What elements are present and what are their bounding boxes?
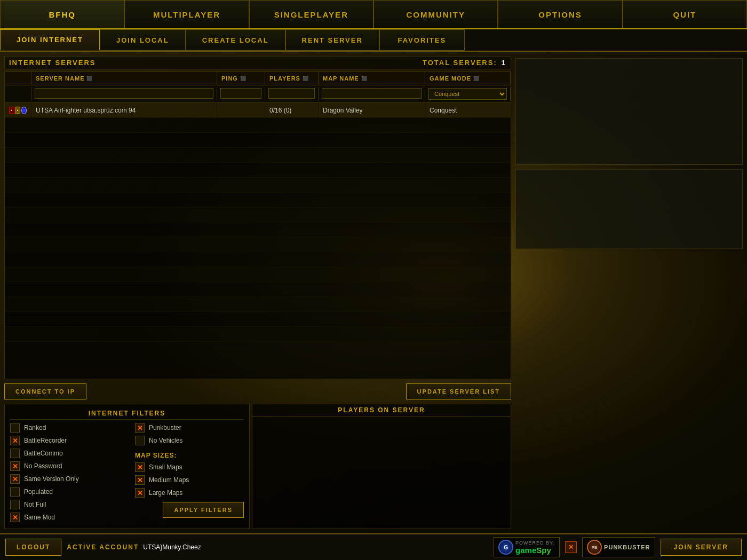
filter-cell-flags (5, 87, 31, 101)
sub-navigation: JOIN INTERNET JOIN LOCAL CREATE LOCAL RE… (0, 29, 747, 52)
filter-punkbuster[interactable]: ✕ Punkbuster (135, 423, 244, 433)
subnav-join-internet[interactable]: JOIN INTERNET (0, 29, 100, 51)
players-on-server-panel: PLAYERS ON SERVER (252, 404, 511, 529)
sort-ping-icon[interactable]: ⬛ (240, 76, 247, 81)
battle-recorder-checkbox[interactable]: ✕ (10, 436, 20, 445)
filter-cell-name (31, 87, 217, 101)
update-server-list-button[interactable]: UPDATE SERVER LIST (406, 383, 511, 399)
no-password-checkbox[interactable]: ✕ (10, 461, 20, 471)
same-mod-checkbox[interactable]: ✕ (10, 513, 20, 522)
subnav-join-local[interactable]: JOIN LOCAL (100, 29, 186, 51)
battle-recorder-label: BattleRecorder (24, 437, 67, 444)
checkmark-x-8: ✕ (137, 490, 143, 497)
populated-checkbox[interactable] (10, 487, 20, 497)
nav-singleplayer[interactable]: SINGLEPLAYER (249, 0, 374, 28)
filter-large-maps[interactable]: ✕ Large Maps (135, 488, 244, 498)
filter-not-full[interactable]: Not Full (10, 500, 119, 509)
table-header: SERVER NAME ⬛ PING ⬛ PLAYERS ⬛ MAP NAME … (5, 72, 511, 85)
filter-input-map[interactable] (322, 88, 422, 99)
medium-maps-label: Medium Maps (149, 476, 189, 484)
nav-bfhq[interactable]: BFHQ (0, 0, 124, 28)
same-version-checkbox[interactable]: ✕ (10, 474, 20, 484)
populated-label: Populated (24, 488, 53, 495)
small-maps-label: Small Maps (149, 463, 182, 471)
filter-cell-ping (217, 87, 265, 101)
close-gamespy-button[interactable]: ✕ (565, 541, 577, 553)
subnav-create-local[interactable]: CREATE LOCAL (186, 29, 285, 51)
th-map-name: MAP NAME ⬛ (319, 72, 425, 85)
nav-quit[interactable]: QUIT (623, 0, 747, 28)
filter-medium-maps[interactable]: ✕ Medium Maps (135, 475, 244, 485)
total-servers-count: 1 (502, 59, 506, 67)
ranked-checkbox[interactable] (10, 423, 20, 433)
filter-battle-commo[interactable]: BattleCommo (10, 449, 119, 458)
empty-row-7 (5, 207, 511, 222)
checkmark-x-4: ✕ (12, 514, 18, 521)
right-panel (515, 56, 743, 529)
gamespy-logo: G POWERED BY: gameSpy (494, 537, 560, 557)
flag-icon: ▪ (9, 107, 14, 114)
filter-same-version[interactable]: ✕ Same Version Only (10, 474, 119, 484)
filter-input-server-name[interactable] (35, 88, 213, 99)
main-content: INTERNET SERVERS TOTAL SERVERS: 1 SERVER… (0, 52, 747, 533)
punkbuster-section: PB PUNKBUSTER (582, 537, 655, 557)
nav-multiplayer[interactable]: MULTIPLAYER (124, 0, 249, 28)
filter-cell-map (319, 87, 425, 101)
server-row[interactable]: ▪ ▪ UTSA AirFighter utsa.spruz.com 94 0/… (5, 103, 511, 118)
server-list-header: INTERNET SERVERS TOTAL SERVERS: 1 (4, 56, 511, 69)
td-map-name: Dragon Valley (319, 103, 425, 117)
nav-options[interactable]: OPTIONS (498, 0, 622, 28)
empty-row-9 (5, 237, 511, 252)
medium-maps-checkbox[interactable]: ✕ (135, 475, 145, 485)
filter-same-mod[interactable]: ✕ Same Mod (10, 513, 119, 522)
map-preview (515, 58, 743, 165)
left-panel: INTERNET SERVERS TOTAL SERVERS: 1 SERVER… (4, 56, 511, 529)
join-server-button[interactable]: JOIN SERVER (661, 539, 742, 556)
filter-populated[interactable]: Populated (10, 487, 119, 497)
same-mod-label: Same Mod (24, 514, 55, 521)
empty-row-6 (5, 193, 511, 207)
apply-filters-button[interactable]: APPLY FILTERS (163, 502, 244, 518)
filter-no-password[interactable]: ✕ No Password (10, 461, 119, 471)
battle-commo-checkbox[interactable] (10, 449, 20, 458)
sort-map-icon[interactable]: ⬛ (361, 76, 368, 81)
th-players: PLAYERS ⬛ (265, 72, 319, 85)
td-players: 0/16 (0) (265, 103, 319, 117)
sort-game-mode-icon[interactable]: ⬛ (473, 76, 480, 81)
filter-no-vehicles[interactable]: No Vehicles (135, 436, 244, 445)
filter-column-right: ✕ Punkbuster No Vehicles MAP SIZES: (135, 423, 244, 525)
connect-to-ip-button[interactable]: CONNECT TO IP (4, 383, 86, 399)
filter-ranked[interactable]: Ranked (10, 423, 119, 433)
filter-battle-recorder[interactable]: ✕ BattleRecorder (10, 436, 119, 445)
large-maps-checkbox[interactable]: ✕ (135, 488, 145, 498)
no-vehicles-checkbox[interactable] (135, 436, 145, 445)
players-on-server-title: PLAYERS ON SERVER (252, 404, 511, 417)
punkbuster-label: PUNKBUSTER (604, 544, 650, 550)
total-servers-label: TOTAL SERVERS: (423, 59, 497, 67)
empty-row-14 (5, 312, 511, 327)
large-maps-label: Large Maps (149, 489, 182, 497)
empty-row-2 (5, 133, 511, 148)
subnav-favorites[interactable]: FAVORITES (379, 29, 465, 51)
sort-players-icon[interactable]: ⬛ (303, 76, 309, 81)
empty-row-3 (5, 148, 511, 163)
subnav-rent-server[interactable]: RENT SERVER (285, 29, 379, 51)
detail-panel (515, 169, 743, 249)
empty-row-5 (5, 178, 511, 193)
th-game-mode: GAME MODE ⬛ (425, 72, 511, 85)
map-sizes-title: MAP SIZES: (135, 452, 244, 459)
small-maps-checkbox[interactable]: ✕ (135, 462, 145, 472)
not-full-checkbox[interactable] (10, 500, 20, 509)
empty-row-10 (5, 252, 511, 267)
checkmark-x-3: ✕ (12, 476, 18, 483)
nav-community[interactable]: COMMUNITY (374, 0, 498, 28)
filter-small-maps[interactable]: ✕ Small Maps (135, 462, 244, 472)
total-servers-info: TOTAL SERVERS: 1 (423, 59, 506, 67)
filter-input-ping[interactable] (220, 88, 261, 99)
apply-btn-row: APPLY FILTERS (135, 502, 244, 518)
sort-server-name-icon[interactable]: ⬛ (86, 76, 93, 81)
logout-button[interactable]: LOGOUT (5, 539, 61, 556)
punkbuster-checkbox[interactable]: ✕ (135, 423, 145, 433)
filter-input-players[interactable] (268, 88, 315, 99)
filter-select-gamemode[interactable]: Conquest Team Deathmatch Capture the Fla… (428, 88, 507, 100)
